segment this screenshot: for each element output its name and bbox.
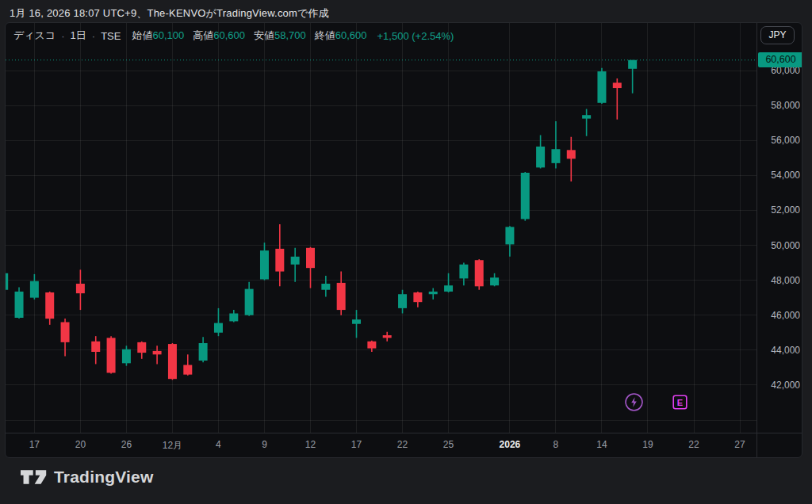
time-tick-label: 8 xyxy=(534,439,578,450)
candle[interactable] xyxy=(628,60,637,94)
legend-separator: · xyxy=(61,30,64,42)
candle-body xyxy=(429,292,438,294)
candle[interactable] xyxy=(505,226,514,257)
tradingview-logo[interactable]: TradingView xyxy=(21,468,154,487)
currency-button[interactable]: JPY xyxy=(760,26,795,44)
time-tick-label: 12月 xyxy=(150,439,194,452)
candle-body xyxy=(30,281,39,298)
candle[interactable] xyxy=(214,308,223,336)
candle[interactable] xyxy=(122,346,131,365)
candle[interactable] xyxy=(291,248,300,282)
last-price-badge: 60,600 xyxy=(758,52,802,67)
open-label: 始値 xyxy=(132,29,152,41)
exchange-label[interactable]: TSE xyxy=(101,30,121,42)
candle[interactable] xyxy=(15,287,24,319)
candle-body xyxy=(628,60,637,69)
candle-body xyxy=(76,284,85,293)
time-tick-label: 19 xyxy=(626,439,670,450)
candle[interactable] xyxy=(91,336,100,364)
candle-body xyxy=(245,289,254,315)
candle[interactable] xyxy=(260,242,269,280)
candle[interactable] xyxy=(352,310,361,338)
candle-body xyxy=(337,283,346,310)
time-tick-label: 9 xyxy=(242,439,286,450)
candle-body xyxy=(536,147,545,167)
candle[interactable] xyxy=(444,273,453,292)
candle[interactable] xyxy=(490,273,499,287)
candle-body xyxy=(229,313,238,321)
candle-body xyxy=(183,365,192,375)
price-tick-label: 42,000 xyxy=(759,380,800,391)
candle-body xyxy=(122,349,131,364)
candle-body xyxy=(107,338,116,372)
candle-body xyxy=(260,250,269,279)
candle-body xyxy=(582,115,591,118)
time-tick-label: 4 xyxy=(196,439,240,450)
candle[interactable] xyxy=(107,336,116,373)
close-label: 終値 xyxy=(315,29,335,41)
close-value: 60,600 xyxy=(335,29,367,41)
candle[interactable] xyxy=(245,282,254,316)
candle[interactable] xyxy=(6,273,8,291)
candle[interactable] xyxy=(306,247,315,288)
candle[interactable] xyxy=(429,288,438,300)
candle-body xyxy=(168,344,177,379)
candle[interactable] xyxy=(45,292,54,325)
price-tick-label: 58,000 xyxy=(759,100,800,111)
candle-body xyxy=(91,342,100,352)
candle[interactable] xyxy=(582,109,591,136)
candle[interactable] xyxy=(337,272,346,315)
flash-marker-icon[interactable] xyxy=(624,392,644,412)
candle[interactable] xyxy=(521,172,530,221)
candle-body xyxy=(61,323,70,342)
candle[interactable] xyxy=(383,332,392,342)
candle[interactable] xyxy=(459,263,468,286)
change-value: +1,500 (+2.54%) xyxy=(377,30,454,42)
candle-body xyxy=(475,260,484,286)
price-tick-label: 54,000 xyxy=(759,170,800,181)
price-tick-label: 50,000 xyxy=(759,240,800,251)
candlestick-chart[interactable] xyxy=(6,23,802,458)
candle[interactable] xyxy=(613,78,622,120)
time-tick-label: 20 xyxy=(58,439,102,450)
earnings-marker-icon[interactable]: E xyxy=(672,395,688,410)
candle[interactable] xyxy=(61,319,70,356)
candle-body xyxy=(613,82,622,88)
symbol-title[interactable]: ディスコ xyxy=(13,29,56,43)
interval-label[interactable]: 1日 xyxy=(71,29,86,43)
time-tick-label: 14 xyxy=(580,439,624,450)
candle[interactable] xyxy=(597,68,606,104)
candle[interactable] xyxy=(275,224,284,286)
candle[interactable] xyxy=(567,137,576,181)
candle[interactable] xyxy=(321,276,330,296)
candle-body xyxy=(352,319,361,324)
price-tick-label: 44,000 xyxy=(759,345,800,356)
candle-body xyxy=(459,265,468,279)
candle-body xyxy=(551,149,560,163)
chart-container: ディスコ · 1日 · TSE 始値60,100 高値60,600 安値58,7… xyxy=(5,22,802,458)
candle[interactable] xyxy=(551,121,560,169)
candle-body xyxy=(398,294,407,308)
candle[interactable] xyxy=(229,310,238,322)
candle[interactable] xyxy=(475,259,484,290)
candle[interactable] xyxy=(398,290,407,314)
time-tick-label: 12 xyxy=(289,439,333,450)
candle[interactable] xyxy=(168,343,177,380)
candle[interactable] xyxy=(183,354,192,375)
candle-body xyxy=(153,351,162,354)
candle[interactable] xyxy=(30,274,39,300)
symbol-legend[interactable]: ディスコ · 1日 · TSE 始値60,100 高値60,600 安値58,7… xyxy=(13,29,454,43)
candle[interactable] xyxy=(153,346,162,364)
time-tick-label: 22 xyxy=(381,439,425,450)
time-tick-label: 22 xyxy=(672,439,716,450)
candle-body xyxy=(199,343,208,361)
candle[interactable] xyxy=(137,342,146,359)
low-label: 安値 xyxy=(254,29,274,41)
candle[interactable] xyxy=(76,269,85,310)
candle[interactable] xyxy=(199,337,208,362)
high-label: 高値 xyxy=(193,29,213,41)
time-tick-label: 25 xyxy=(427,439,471,450)
candle-body xyxy=(505,227,514,244)
candle-body xyxy=(45,292,54,319)
candle[interactable] xyxy=(413,292,422,307)
